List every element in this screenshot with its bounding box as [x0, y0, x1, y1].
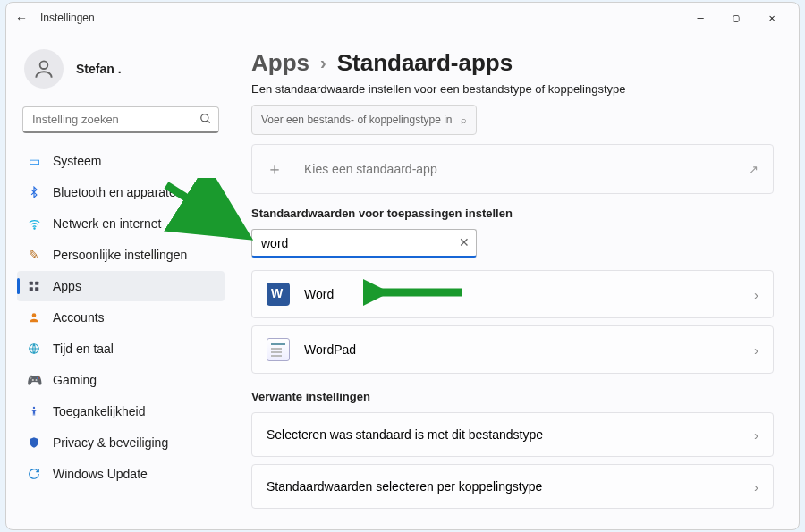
svg-point-10: [33, 407, 35, 409]
sidebar-item-bluetooth[interactable]: Bluetooth en apparaten: [17, 177, 225, 207]
sidebar-item-accessibility[interactable]: Toegankelijkheid: [17, 396, 225, 426]
sidebar-item-label: Accounts: [53, 310, 105, 325]
sidebar-item-label: Privacy & beveiliging: [53, 435, 168, 450]
svg-rect-4: [30, 282, 33, 285]
svg-point-0: [40, 61, 48, 69]
sidebar-item-label: Toegankelijkheid: [53, 404, 146, 418]
svg-rect-7: [35, 287, 38, 291]
app-search[interactable]: ✕: [251, 229, 477, 258]
chevron-right-icon: ›: [754, 287, 758, 302]
search-icon: ⌕: [461, 114, 467, 125]
related-select-by-linktype[interactable]: Standaardwaarden selecteren per koppelin…: [251, 464, 774, 509]
sidebar-item-privacy[interactable]: Privacy & beveiliging: [17, 427, 225, 458]
chevron-right-icon: ›: [754, 479, 758, 494]
shield-icon: [26, 435, 42, 451]
choose-default-app-label: Kies een standaard-app: [304, 162, 437, 176]
chevron-right-icon: ›: [754, 427, 758, 443]
user-name: Stefan .: [76, 62, 122, 76]
svg-point-1: [201, 114, 208, 122]
apps-section-label: Standaardwaarden voor toepassingen inste…: [251, 207, 774, 220]
related-section-label: Verwante instellingen: [251, 390, 774, 403]
globe-icon: [26, 341, 42, 357]
svg-point-8: [32, 313, 37, 317]
maximize-button[interactable]: ▢: [718, 4, 754, 31]
back-icon[interactable]: ←: [15, 11, 28, 25]
sidebar-item-label: Gaming: [53, 373, 97, 387]
clear-icon[interactable]: ✕: [459, 235, 470, 249]
app-result-label: WordPad: [304, 342, 356, 357]
sidebar-item-windows-update[interactable]: Windows Update: [17, 459, 225, 489]
sidebar: Stefan . ▭ Systeem Bluetooth en apparate: [6, 33, 232, 529]
sidebar-item-network[interactable]: Netwerk en internet: [17, 208, 225, 239]
svg-line-2: [208, 121, 210, 123]
svg-rect-6: [30, 287, 33, 291]
breadcrumb: Apps › Standaard-apps: [251, 49, 774, 77]
update-icon: [26, 466, 42, 482]
related-row-label: Standaardwaarden selecteren per koppelin…: [267, 479, 542, 494]
app-result-wordpad[interactable]: WordPad ›: [251, 325, 774, 374]
sidebar-item-label: Windows Update: [53, 467, 148, 481]
chevron-right-icon: ›: [320, 53, 326, 73]
page-subtitle: Een standaardwaarde instellen voor een b…: [251, 82, 774, 96]
sidebar-item-label: Netwerk en internet: [53, 216, 161, 231]
sidebar-item-label: Bluetooth en apparaten: [53, 185, 183, 199]
chevron-right-icon: ›: [754, 342, 758, 358]
wordpad-app-icon: [267, 338, 290, 361]
word-app-icon: [267, 283, 290, 306]
open-external-icon: ↗: [749, 163, 758, 176]
bluetooth-icon: [26, 184, 42, 200]
app-result-word[interactable]: Word ›: [251, 270, 774, 318]
sidebar-items: ▭ Systeem Bluetooth en apparaten Netwerk…: [17, 146, 225, 489]
sidebar-item-time-language[interactable]: Tijd en taal: [17, 334, 225, 364]
window-controls: — ▢ ✕: [682, 4, 790, 31]
search-icon: [199, 113, 212, 128]
accessibility-icon: [26, 403, 42, 419]
sidebar-item-system[interactable]: ▭ Systeem: [17, 146, 225, 176]
user-block[interactable]: Stefan .: [17, 42, 225, 101]
apps-icon: [26, 278, 42, 294]
display-icon: ▭: [26, 153, 42, 169]
close-button[interactable]: ✕: [754, 4, 790, 31]
choose-default-app-row[interactable]: ＋ Kies een standaard-app ↗: [251, 144, 774, 194]
brush-icon: ✎: [26, 247, 42, 263]
sidebar-search[interactable]: [22, 106, 219, 133]
app-result-label: Word: [304, 287, 334, 301]
svg-rect-5: [35, 282, 38, 285]
sidebar-item-label: Persoonlijke instellingen: [53, 248, 187, 262]
sidebar-item-apps[interactable]: Apps: [17, 271, 225, 301]
filetype-input[interactable]: Voer een bestands- of koppelingstype in …: [251, 105, 477, 135]
sidebar-item-label: Tijd en taal: [53, 342, 114, 356]
page-title: Standaard-apps: [337, 49, 513, 77]
sidebar-item-label: Apps: [53, 279, 81, 293]
gamepad-icon: 🎮: [26, 372, 42, 388]
plus-icon: ＋: [267, 158, 283, 180]
window-title: Instellingen: [40, 12, 95, 24]
sidebar-item-personalization[interactable]: ✎ Persoonlijke instellingen: [17, 240, 225, 270]
titlebar: ← Instellingen — ▢ ✕: [6, 3, 799, 33]
svg-point-3: [33, 227, 34, 228]
app-search-input[interactable]: [251, 229, 477, 258]
related-row-label: Selecteren was standaard is met dit best…: [267, 427, 543, 442]
breadcrumb-parent[interactable]: Apps: [251, 49, 309, 77]
sidebar-item-label: Systeem: [53, 154, 101, 168]
person-icon: [26, 309, 42, 325]
minimize-button[interactable]: —: [682, 4, 718, 31]
search-input[interactable]: [22, 106, 219, 133]
wifi-icon: [26, 215, 42, 232]
filetype-placeholder: Voer een bestands- of koppelingstype in: [261, 114, 452, 126]
sidebar-item-gaming[interactable]: 🎮 Gaming: [17, 365, 225, 395]
sidebar-item-accounts[interactable]: Accounts: [17, 302, 225, 333]
avatar: [24, 49, 64, 89]
settings-window: ← Instellingen — ▢ ✕ Stefan .: [5, 2, 800, 530]
main-content: Apps › Standaard-apps Een standaardwaard…: [232, 33, 799, 529]
related-select-by-filetype[interactable]: Selecteren was standaard is met dit best…: [251, 412, 774, 457]
